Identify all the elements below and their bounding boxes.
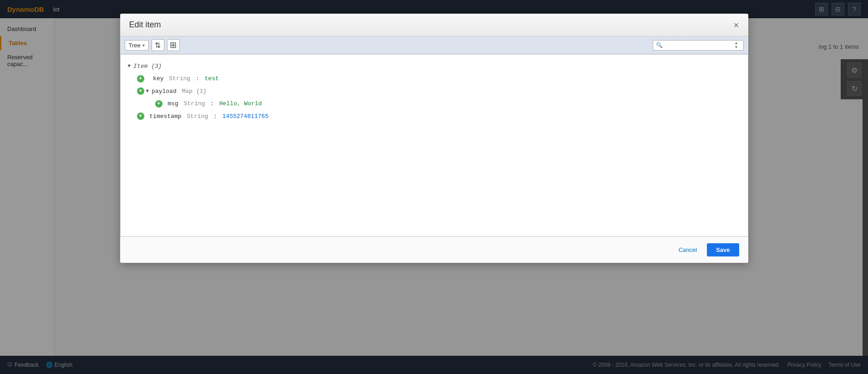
- key-value: test: [205, 73, 219, 84]
- modal-body: ▼ Item {3} + key String : test + ▼ paylo…: [120, 54, 748, 236]
- add-icon: ⊞: [170, 40, 177, 50]
- view-mode-label: Tree: [129, 42, 141, 49]
- cancel-button[interactable]: Cancel: [673, 243, 702, 256]
- timestamp-colon: :: [210, 111, 220, 122]
- modal-title: Edit item: [129, 20, 161, 30]
- root-toggle-icon[interactable]: ▼: [128, 62, 131, 71]
- search-arrows: ▲ ▼: [735, 41, 738, 49]
- payload-toggle-icon[interactable]: ▼: [146, 87, 149, 96]
- modal-close-button[interactable]: ×: [734, 20, 739, 30]
- search-up-arrow[interactable]: ▲: [735, 41, 738, 45]
- search-box: 🔍 ▲ ▼: [653, 40, 744, 51]
- add-msg-button[interactable]: +: [155, 100, 162, 108]
- add-key-button[interactable]: +: [137, 75, 144, 82]
- tree-row: + msg String : Hello, World: [155, 97, 741, 110]
- search-down-arrow[interactable]: ▼: [735, 46, 738, 49]
- search-icon: 🔍: [656, 42, 663, 48]
- dropdown-arrow-icon: ▾: [142, 43, 145, 48]
- tree-row: + key String : test: [137, 72, 741, 85]
- modal-footer: Cancel Save: [120, 236, 748, 263]
- key-type-label: String: [166, 73, 191, 84]
- expand-collapse-button[interactable]: ⇅: [152, 39, 164, 51]
- timestamp-value: 1455274811765: [223, 111, 269, 122]
- key-colon: :: [192, 73, 203, 84]
- add-payload-button[interactable]: +: [137, 87, 144, 95]
- msg-field-name: msg: [164, 98, 178, 109]
- add-timestamp-button[interactable]: +: [137, 113, 144, 120]
- add-field-button[interactable]: ⊞: [167, 39, 180, 51]
- payload-field-name: payload: [152, 86, 177, 97]
- timestamp-type-label: String: [183, 111, 208, 122]
- root-label: Item {3}: [133, 61, 162, 72]
- modal-overlay: Edit item × Tree ▾ ⇅ ⊞ 🔍 ▲ ▼: [0, 0, 868, 374]
- modal-header: Edit item ×: [120, 14, 748, 36]
- msg-colon: :: [207, 98, 217, 109]
- tree-row: + timestamp String : 1455274811765: [137, 110, 741, 123]
- tree-root-row: ▼ Item {3}: [128, 60, 741, 72]
- expand-icon: ⇅: [155, 41, 161, 50]
- payload-type-label: Map {1}: [178, 86, 207, 97]
- save-button[interactable]: Save: [707, 243, 739, 256]
- timestamp-field-name: timestamp: [146, 111, 182, 122]
- edit-item-modal: Edit item × Tree ▾ ⇅ ⊞ 🔍 ▲ ▼: [120, 14, 748, 263]
- msg-type-label: String: [180, 98, 205, 109]
- modal-toolbar: Tree ▾ ⇅ ⊞ 🔍 ▲ ▼: [120, 36, 748, 54]
- tree-row: + ▼ payload Map {1}: [137, 85, 741, 97]
- view-mode-dropdown[interactable]: Tree ▾: [125, 40, 149, 51]
- tree-container: ▼ Item {3} + key String : test + ▼ paylo…: [121, 58, 748, 124]
- search-input[interactable]: [665, 42, 733, 48]
- msg-value: Hello, World: [219, 98, 262, 109]
- key-field-name: key: [146, 73, 164, 84]
